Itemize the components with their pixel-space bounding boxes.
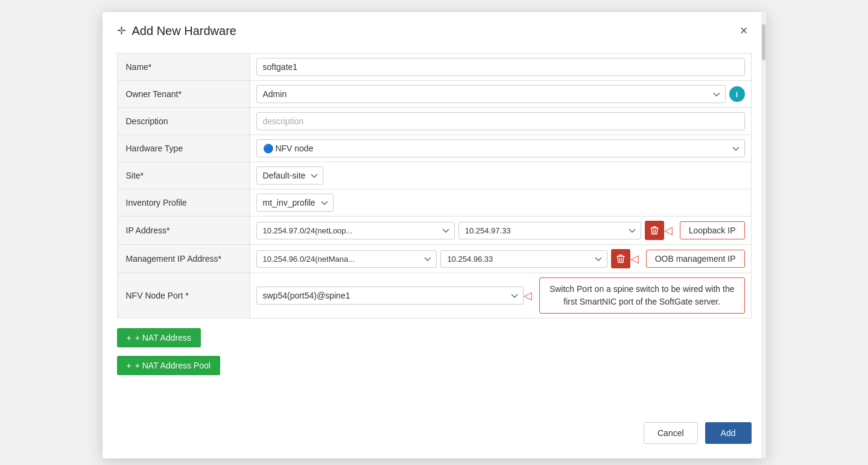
ip-annotation-arrow: ◁ bbox=[664, 224, 673, 237]
owner-tenant-select[interactable]: Admin bbox=[256, 85, 726, 103]
description-row: Description bbox=[117, 108, 751, 135]
nat-buttons-row: + + NAT Address + + NAT Address Pool bbox=[117, 328, 752, 380]
description-input-cell bbox=[250, 108, 751, 135]
dialog-footer: Cancel Add bbox=[103, 410, 766, 458]
site-row: Site* Default-site bbox=[117, 162, 751, 189]
cancel-button[interactable]: Cancel bbox=[644, 422, 698, 444]
inventory-profile-row: Inventory Profile mt_inv_profile bbox=[117, 189, 751, 217]
nat-address-button[interactable]: + + NAT Address bbox=[117, 328, 201, 347]
hardware-type-select[interactable]: 🔵 NFV node bbox=[256, 139, 745, 157]
mgmt-ip-row: Management IP Address* 10.254.96.0/24(ne… bbox=[117, 245, 751, 273]
mgmt-annotation-arrow: ◁ bbox=[630, 252, 639, 265]
dialog-title: ✛ Add New Hardware bbox=[117, 24, 236, 38]
ip-address-controls: 10.254.97.0/24(netLoop... 10.254.97.33 bbox=[256, 221, 664, 240]
nfv-annotation-line2: first SmartNIC port of the SoftGate serv… bbox=[563, 297, 720, 306]
nat-address-plus-icon: + bbox=[127, 333, 131, 343]
dialog-header: ✛ Add New Hardware × bbox=[103, 12, 766, 47]
dialog-body: Name* Owner Tenant* Admin i bbox=[103, 47, 766, 392]
ip-address-delete-button[interactable] bbox=[645, 221, 664, 240]
nat-address-pool-label: + NAT Address Pool bbox=[135, 361, 211, 370]
mgmt-annotation-box: OOB management IP bbox=[646, 250, 745, 268]
trash-icon-mgmt bbox=[616, 254, 625, 264]
name-input-cell bbox=[250, 54, 751, 81]
hardware-type-row: Hardware Type 🔵 NFV node bbox=[117, 135, 751, 162]
mgmt-ip-controls: 10.254.96.0/24(netMana... 10.254.96.33 bbox=[256, 249, 630, 268]
add-button[interactable]: Add bbox=[705, 422, 752, 444]
form-table: Name* Owner Tenant* Admin i bbox=[117, 53, 752, 318]
nfv-port-select[interactable]: swp54(port54)@spine1 bbox=[256, 286, 524, 305]
ip-address-row: IP Address* 10.254.97.0/24(netLoop... 10… bbox=[117, 217, 751, 245]
name-input[interactable] bbox=[256, 58, 745, 76]
site-label: Site* bbox=[117, 162, 250, 189]
mgmt-ip-label: Management IP Address* bbox=[117, 245, 250, 273]
description-input[interactable] bbox=[256, 112, 745, 130]
nfv-port-annotation-wrap: ◁ Switch Port on a spine switch to be wi… bbox=[524, 277, 745, 314]
dialog-title-text: Add New Hardware bbox=[132, 24, 236, 38]
nat-address-pool-plus-icon: + bbox=[127, 361, 131, 370]
ip-address-input-cell: 10.254.97.0/24(netLoop... 10.254.97.33 bbox=[250, 217, 751, 245]
nfv-port-full-row: swp54(port54)@spine1 ◁ Switch Port on a … bbox=[256, 277, 745, 314]
mgmt-ip-right-select[interactable]: 10.254.96.33 bbox=[440, 250, 607, 268]
trash-icon bbox=[650, 226, 659, 235]
nfv-annotation-line1: Switch Port on a spine switch to be wire… bbox=[550, 284, 735, 294]
scrollbar-track bbox=[761, 12, 766, 458]
move-icon: ✛ bbox=[117, 24, 126, 37]
owner-tenant-row: Owner Tenant* Admin i bbox=[117, 81, 751, 108]
mgmt-ip-left-select[interactable]: 10.254.96.0/24(netMana... bbox=[256, 250, 437, 268]
nfv-annotation-arrow: ◁ bbox=[524, 289, 532, 302]
ip-address-full-row: 10.254.97.0/24(netLoop... 10.254.97.33 bbox=[256, 221, 745, 240]
description-label: Description bbox=[117, 108, 250, 135]
hardware-type-input-cell: 🔵 NFV node bbox=[250, 135, 751, 162]
mgmt-ip-delete-button[interactable] bbox=[611, 249, 630, 268]
inventory-profile-select[interactable]: mt_inv_profile bbox=[256, 194, 334, 212]
owner-tenant-input-cell: Admin i bbox=[250, 81, 751, 108]
site-input-cell: Default-site bbox=[250, 162, 751, 189]
nfv-port-row: NFV Node Port * swp54(port54)@spine1 ◁ S… bbox=[117, 273, 751, 318]
mgmt-ip-full-row: 10.254.96.0/24(netMana... 10.254.96.33 bbox=[256, 249, 745, 268]
mgmt-ip-annotation-wrap: ◁ OOB management IP bbox=[630, 250, 745, 268]
ip-address-right-select[interactable]: 10.254.97.33 bbox=[458, 222, 641, 239]
name-label: Name* bbox=[117, 54, 250, 81]
owner-tenant-label: Owner Tenant* bbox=[117, 81, 250, 108]
hardware-type-label: Hardware Type bbox=[117, 135, 250, 162]
nfv-annotation-box: Switch Port on a spine switch to be wire… bbox=[539, 277, 745, 314]
owner-tenant-wrap: Admin i bbox=[256, 85, 745, 103]
scrollbar-thumb[interactable] bbox=[762, 24, 765, 60]
nat-address-pool-button[interactable]: + + NAT Address Pool bbox=[117, 356, 220, 375]
ip-address-left-select[interactable]: 10.254.97.0/24(netLoop... bbox=[256, 222, 455, 239]
inventory-profile-input-cell: mt_inv_profile bbox=[250, 189, 751, 217]
nfv-port-label: NFV Node Port * bbox=[117, 273, 250, 318]
ip-address-annotation-wrap: ◁ Loopback IP bbox=[664, 221, 745, 239]
nfv-port-select-wrap: swp54(port54)@spine1 bbox=[256, 286, 524, 305]
hardware-type-wrap: 🔵 NFV node bbox=[256, 139, 745, 157]
ip-annotation-box: Loopback IP bbox=[680, 221, 745, 239]
ip-address-label: IP Address* bbox=[117, 217, 250, 245]
info-button[interactable]: i bbox=[729, 86, 745, 102]
nat-address-label: + NAT Address bbox=[135, 333, 191, 343]
name-row: Name* bbox=[117, 54, 751, 81]
nfv-port-input-cell: swp54(port54)@spine1 ◁ Switch Port on a … bbox=[250, 273, 751, 318]
site-select[interactable]: Default-site bbox=[256, 166, 323, 185]
inventory-profile-label: Inventory Profile bbox=[117, 189, 250, 217]
add-hardware-dialog: ✛ Add New Hardware × Name* Owner Tenant*… bbox=[103, 12, 766, 458]
mgmt-ip-input-cell: 10.254.96.0/24(netMana... 10.254.96.33 bbox=[250, 245, 751, 273]
close-button[interactable]: × bbox=[737, 23, 752, 39]
